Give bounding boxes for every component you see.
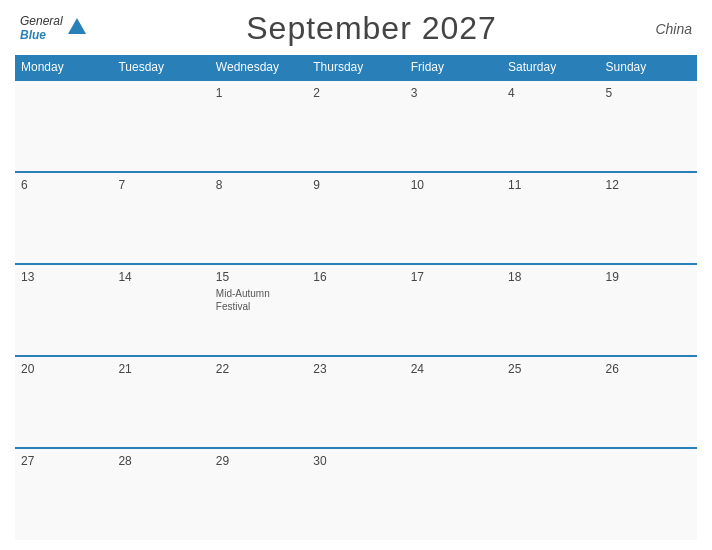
calendar-cell: 26 (600, 356, 697, 448)
calendar-cell: 22 (210, 356, 307, 448)
holiday-name: Mid-Autumn Festival (216, 287, 301, 313)
day-number: 17 (411, 270, 496, 284)
day-number: 25 (508, 362, 593, 376)
calendar-header: General Blue September 2027 China (15, 10, 697, 47)
calendar-cell: 16 (307, 264, 404, 356)
calendar-cell: 28 (112, 448, 209, 540)
day-number: 4 (508, 86, 593, 100)
day-number: 1 (216, 86, 301, 100)
day-number: 21 (118, 362, 203, 376)
day-number: 28 (118, 454, 203, 468)
week-row-4: 27282930 (15, 448, 697, 540)
calendar-cell: 2 (307, 80, 404, 172)
weekday-header-friday: Friday (405, 55, 502, 80)
day-number: 2 (313, 86, 398, 100)
day-number: 23 (313, 362, 398, 376)
day-number: 7 (118, 178, 203, 192)
calendar-cell: 7 (112, 172, 209, 264)
calendar-cell: 27 (15, 448, 112, 540)
month-title: September 2027 (246, 10, 497, 47)
calendar-cell: 30 (307, 448, 404, 540)
calendar-wrapper: General Blue September 2027 China Monday… (0, 0, 712, 550)
calendar-table: MondayTuesdayWednesdayThursdayFridaySatu… (15, 55, 697, 540)
calendar-cell: 17 (405, 264, 502, 356)
calendar-cell: 5 (600, 80, 697, 172)
weekday-header-thursday: Thursday (307, 55, 404, 80)
calendar-cell: 23 (307, 356, 404, 448)
calendar-cell: 12 (600, 172, 697, 264)
calendar-cell: 18 (502, 264, 599, 356)
calendar-tbody: 123456789101112131415Mid-Autumn Festival… (15, 80, 697, 540)
logo-general-text: General (20, 15, 63, 28)
week-row-2: 131415Mid-Autumn Festival16171819 (15, 264, 697, 356)
day-number: 20 (21, 362, 106, 376)
calendar-cell (405, 448, 502, 540)
day-number: 6 (21, 178, 106, 192)
calendar-cell: 24 (405, 356, 502, 448)
day-number: 30 (313, 454, 398, 468)
calendar-cell: 15Mid-Autumn Festival (210, 264, 307, 356)
weekday-header-sunday: Sunday (600, 55, 697, 80)
calendar-cell: 21 (112, 356, 209, 448)
calendar-cell: 1 (210, 80, 307, 172)
weekday-header-monday: Monday (15, 55, 112, 80)
logo-blue-text: Blue (20, 29, 63, 42)
calendar-cell: 10 (405, 172, 502, 264)
calendar-cell: 13 (15, 264, 112, 356)
day-number: 10 (411, 178, 496, 192)
week-row-3: 20212223242526 (15, 356, 697, 448)
calendar-cell: 29 (210, 448, 307, 540)
day-number: 9 (313, 178, 398, 192)
weekday-header-row: MondayTuesdayWednesdayThursdayFridaySatu… (15, 55, 697, 80)
calendar-cell: 14 (112, 264, 209, 356)
day-number: 26 (606, 362, 691, 376)
day-number: 29 (216, 454, 301, 468)
country-label: China (655, 21, 692, 37)
calendar-cell (600, 448, 697, 540)
calendar-cell (112, 80, 209, 172)
calendar-cell: 20 (15, 356, 112, 448)
day-number: 15 (216, 270, 301, 284)
logo-icon (66, 16, 88, 38)
day-number: 27 (21, 454, 106, 468)
calendar-cell: 11 (502, 172, 599, 264)
calendar-cell: 6 (15, 172, 112, 264)
week-row-1: 6789101112 (15, 172, 697, 264)
calendar-cell: 3 (405, 80, 502, 172)
weekday-header-saturday: Saturday (502, 55, 599, 80)
calendar-cell: 8 (210, 172, 307, 264)
svg-marker-0 (68, 18, 86, 34)
calendar-cell: 19 (600, 264, 697, 356)
logo-text: General Blue (20, 15, 63, 41)
day-number: 3 (411, 86, 496, 100)
week-row-0: 12345 (15, 80, 697, 172)
day-number: 13 (21, 270, 106, 284)
day-number: 14 (118, 270, 203, 284)
calendar-cell: 4 (502, 80, 599, 172)
day-number: 12 (606, 178, 691, 192)
day-number: 11 (508, 178, 593, 192)
day-number: 5 (606, 86, 691, 100)
calendar-cell: 25 (502, 356, 599, 448)
calendar-cell (502, 448, 599, 540)
day-number: 8 (216, 178, 301, 192)
calendar-cell (15, 80, 112, 172)
day-number: 22 (216, 362, 301, 376)
day-number: 19 (606, 270, 691, 284)
weekday-header-tuesday: Tuesday (112, 55, 209, 80)
day-number: 24 (411, 362, 496, 376)
weekday-header-wednesday: Wednesday (210, 55, 307, 80)
day-number: 18 (508, 270, 593, 284)
calendar-thead: MondayTuesdayWednesdayThursdayFridaySatu… (15, 55, 697, 80)
calendar-cell: 9 (307, 172, 404, 264)
logo: General Blue (20, 15, 88, 41)
day-number: 16 (313, 270, 398, 284)
